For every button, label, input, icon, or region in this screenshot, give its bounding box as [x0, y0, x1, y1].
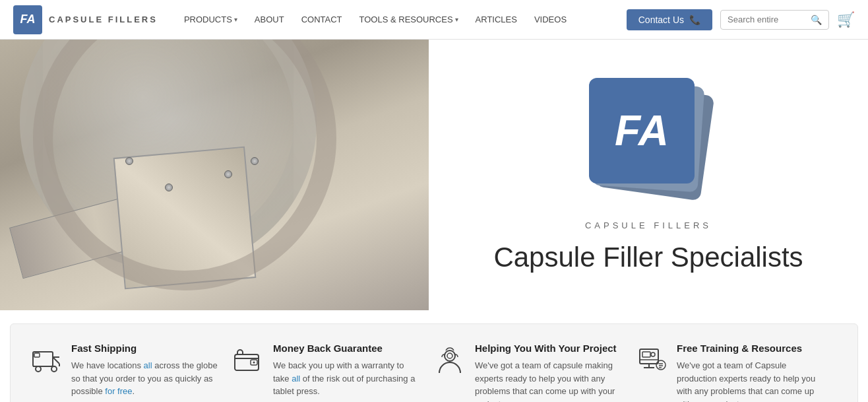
bolt-2 — [224, 170, 232, 178]
svg-point-12 — [447, 353, 452, 358]
svg-point-16 — [651, 352, 655, 356]
shipping-icon — [30, 345, 62, 381]
header-actions: Contact Us 📞 🔍 🛒 — [627, 9, 855, 30]
logo[interactable]: FA CAPSULE FILLERS — [13, 5, 158, 34]
fa-logo-layer-front: FA — [589, 78, 695, 184]
bolt-1 — [125, 157, 133, 165]
nav-item-tools[interactable]: TOOLS & RESOURCES ▾ — [353, 11, 465, 28]
features-bar: Fast Shipping We have locations all acro… — [10, 323, 858, 402]
contact-us-button[interactable]: Contact Us 📞 — [627, 9, 712, 30]
svg-point-6 — [36, 366, 41, 372]
feature-money-back-desc: We back you up with a warranty to take a… — [273, 359, 421, 398]
svg-point-10 — [253, 362, 255, 364]
main-content: FA CAPSULE FILLERS Capsule Filler Specia… — [0, 40, 868, 310]
bolt-4 — [165, 184, 173, 191]
chevron-down-icon: ▾ — [234, 16, 237, 23]
fa-logo: FA — [582, 75, 714, 207]
svg-line-4 — [53, 357, 59, 364]
feature-help-project-text: Helping You With Your Project We've got … — [475, 343, 623, 402]
feature-free-training: Free Training & Resources We've got a te… — [636, 343, 838, 402]
logo-text: CAPSULE FILLERS — [49, 15, 158, 24]
highlight-all2: all — [292, 374, 300, 384]
wallet-icon — [232, 345, 264, 381]
logo-icon: FA — [13, 5, 42, 34]
feature-money-back: Money Back Guarantee We back you up with… — [232, 343, 434, 398]
svg-point-11 — [445, 351, 455, 361]
svg-point-7 — [51, 366, 57, 372]
feature-help-project: Helping You With Your Project We've got … — [434, 343, 636, 402]
feature-fast-shipping-text: Fast Shipping We have locations all acro… — [71, 343, 219, 398]
feature-free-training-desc: We've got a team of Capsule production e… — [677, 359, 824, 402]
highlight-all: all — [144, 360, 152, 370]
machinery-overlay — [0, 40, 429, 310]
svg-rect-0 — [33, 352, 53, 366]
feature-help-project-title: Helping You With Your Project — [475, 343, 623, 354]
svg-point-19 — [656, 360, 666, 370]
feature-money-back-text: Money Back Guarantee We back you up with… — [273, 343, 421, 398]
hero-brand-text: CAPSULE FILLERS — [585, 220, 712, 230]
svg-rect-15 — [642, 352, 650, 357]
header: FA CAPSULE FILLERS PRODUCTS ▾ ABOUT CONT… — [0, 0, 868, 40]
search-box[interactable]: 🔍 — [720, 10, 829, 30]
feature-fast-shipping-title: Fast Shipping — [71, 343, 219, 354]
hero-tagline: Capsule Filler Specialists — [493, 241, 803, 274]
training-icon — [636, 345, 667, 381]
support-agent-icon — [434, 345, 466, 381]
nav-item-articles[interactable]: ARTICLES — [469, 11, 524, 28]
cart-icon[interactable]: 🛒 — [837, 11, 855, 28]
nav-item-products[interactable]: PRODUCTS ▾ — [177, 11, 244, 28]
hero-right: FA CAPSULE FILLERS Capsule Filler Specia… — [429, 40, 868, 310]
chevron-down-icon: ▾ — [455, 16, 458, 23]
feature-free-training-title: Free Training & Resources — [677, 343, 824, 354]
hero-image — [0, 40, 429, 310]
machine-part-1 — [9, 184, 189, 279]
feature-help-project-desc: We've got a team of capsule making exper… — [475, 359, 623, 402]
nav-item-videos[interactable]: VIDEOS — [528, 11, 573, 28]
svg-rect-8 — [235, 354, 259, 370]
search-input[interactable] — [728, 15, 807, 24]
bolt-3 — [251, 157, 259, 165]
nav-item-about[interactable]: ABOUT — [248, 11, 291, 28]
feature-money-back-title: Money Back Guarantee — [273, 343, 421, 354]
phone-icon: 📞 — [689, 15, 700, 25]
svg-rect-1 — [34, 353, 40, 357]
feature-free-training-text: Free Training & Resources We've got a te… — [677, 343, 824, 402]
machine-part-2 — [113, 147, 257, 290]
nav-item-contact[interactable]: CONTACT — [295, 11, 349, 28]
search-icon: 🔍 — [811, 15, 822, 25]
feature-fast-shipping-desc: We have locations all across the globe s… — [71, 359, 219, 398]
main-nav: PRODUCTS ▾ ABOUT CONTACT TOOLS & RESOURC… — [177, 11, 627, 28]
highlight-free: for free — [105, 386, 132, 396]
feature-fast-shipping: Fast Shipping We have locations all acro… — [30, 343, 232, 398]
